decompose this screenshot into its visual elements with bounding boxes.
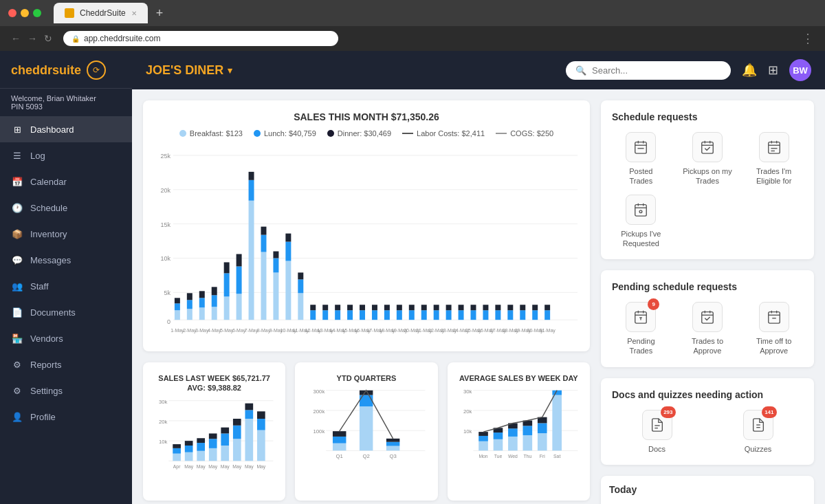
svg-rect-182 [478, 436, 488, 441]
sidebar-item-log[interactable]: ☰ Log [0, 142, 132, 168]
svg-rect-71 [471, 310, 476, 320]
avg-sales-title: AVERAGE SALES BY WEEK DAY [459, 373, 579, 383]
svg-rect-44 [298, 272, 303, 279]
svg-rect-60 [397, 305, 402, 310]
svg-rect-137 [221, 427, 229, 433]
grid-icon[interactable]: ⊞ [768, 63, 778, 78]
time-off-icon [759, 302, 789, 332]
svg-text:1-May: 1-May [170, 328, 184, 333]
svg-text:5k: 5k [164, 289, 170, 296]
sidebar-item-messages[interactable]: 💬 Messages [0, 247, 132, 273]
back-button[interactable]: ← [11, 33, 21, 44]
tab-close-button[interactable]: ✕ [131, 10, 137, 17]
schedule-item-pickups-requested[interactable]: Pickups I'veRequested [612, 195, 670, 249]
business-name[interactable]: JOE'S DINER ▾ [146, 63, 232, 78]
schedule-item-trades-eligible[interactable]: Trades I'mEligible for [745, 132, 803, 186]
svg-rect-78 [507, 305, 513, 310]
sidebar-item-reports[interactable]: ⚙ Reports [0, 351, 132, 377]
sidebar-item-staff[interactable]: 👥 Staff [0, 273, 132, 299]
svg-rect-124 [173, 448, 181, 454]
browser-tab[interactable]: CheddrSuite ✕ [54, 3, 148, 23]
quizzes-item[interactable]: 141 Quizzes [713, 410, 803, 454]
last-week-card: SALES LAST WEEK $65,721.77 AVG: $9,388.8… [143, 362, 285, 501]
svg-rect-134 [209, 433, 217, 439]
svg-point-223 [639, 210, 642, 213]
svg-rect-126 [185, 452, 193, 461]
svg-rect-65 [434, 310, 439, 320]
legend-dinner: Dinner: $30,469 [327, 129, 391, 138]
svg-rect-165 [360, 406, 373, 450]
schedule-requests-grid: PostedTrades [612, 132, 803, 248]
svg-rect-59 [397, 310, 402, 320]
svg-text:300k: 300k [314, 388, 325, 395]
maximize-dot[interactable] [33, 9, 41, 17]
close-dot[interactable] [8, 9, 16, 17]
new-tab-button[interactable]: + [151, 3, 169, 23]
svg-rect-55 [372, 310, 377, 320]
schedule-item-pickups-my-trades[interactable]: Pickups on myTrades [679, 132, 737, 186]
refresh-button[interactable]: ↻ [44, 33, 52, 44]
svg-rect-56 [372, 305, 377, 310]
trades-approve-icon [692, 302, 723, 332]
notification-icon[interactable]: 🔔 [742, 63, 757, 78]
legend-breakfast: Breakfast: $123 [179, 129, 243, 138]
svg-rect-42 [298, 293, 303, 320]
svg-rect-25 [224, 273, 230, 296]
sidebar-item-inventory[interactable]: 📦 Inventory [0, 221, 132, 247]
address-bar[interactable]: 🔒 app.cheddrsuite.com [63, 31, 338, 46]
svg-rect-21 [212, 307, 217, 320]
reports-icon: ⚙ [11, 358, 23, 371]
sidebar-item-documents[interactable]: 📄 Documents [0, 299, 132, 325]
pending-requests-title: Pending schedule requests [612, 281, 803, 292]
svg-text:Apr: Apr [173, 464, 181, 470]
svg-rect-20 [199, 291, 205, 298]
pending-item-trades-approve[interactable]: Trades toApprove [679, 302, 737, 356]
svg-rect-77 [507, 310, 513, 320]
tab-title: CheddrSuite [80, 8, 126, 18]
forward-button[interactable]: → [28, 33, 37, 44]
schedule-requests-title: Schedule requests [612, 111, 803, 122]
sidebar-item-vendors[interactable]: 🏪 Vendors [0, 325, 132, 351]
svg-rect-169 [386, 442, 399, 446]
schedule-item-posted-trades[interactable]: PostedTrades [612, 132, 670, 186]
pending-item-time-off[interactable]: Time off toApprove [745, 302, 803, 356]
sidebar-item-calendar[interactable]: 📅 Calendar [0, 168, 132, 195]
svg-rect-14 [175, 298, 180, 303]
top-icons: 🔔 ⊞ BW [742, 59, 811, 81]
svg-rect-36 [273, 272, 278, 320]
svg-text:7-May: 7-May [245, 328, 258, 333]
svg-rect-30 [249, 201, 254, 320]
svg-rect-54 [360, 305, 365, 310]
svg-rect-144 [257, 430, 265, 461]
sidebar-item-dashboard[interactable]: ⊞ Dashboard [0, 116, 132, 142]
svg-rect-138 [233, 439, 241, 461]
search-icon: 🔍 [575, 65, 586, 76]
svg-rect-15 [187, 309, 192, 320]
pickups-my-trades-label: Pickups on myTrades [683, 166, 732, 186]
log-icon: ☰ [11, 149, 23, 162]
search-bar[interactable]: 🔍 [566, 61, 731, 80]
main-chart-svg: 25k 20k 15k 10k 5k 0 [154, 146, 579, 338]
svg-text:8-May: 8-May [257, 328, 271, 333]
pending-item-pending-trades[interactable]: 9 PendingTrades [612, 302, 670, 356]
svg-rect-51 [347, 310, 353, 320]
sidebar-item-settings[interactable]: ⚙ Settings [0, 377, 132, 404]
docs-label: Docs [648, 444, 666, 454]
trades-eligible-label: Trades I'mEligible for [756, 166, 791, 186]
main-chart-card: SALES THIS MONTH $71,350.26 Breakfast: $… [143, 100, 590, 351]
avatar[interactable]: BW [789, 59, 811, 81]
svg-rect-74 [483, 305, 488, 310]
browser-menu-button[interactable]: ⋮ [802, 31, 814, 46]
svg-rect-193 [538, 433, 547, 450]
svg-rect-22 [212, 295, 217, 307]
svg-rect-187 [508, 437, 518, 450]
svg-rect-46 [310, 305, 316, 310]
svg-rect-33 [261, 252, 266, 320]
legend-dot-dinner [327, 130, 334, 137]
minimize-dot[interactable] [21, 9, 29, 17]
docs-item[interactable]: 293 Docs [612, 410, 702, 454]
search-input[interactable] [592, 65, 721, 76]
svg-rect-181 [478, 441, 488, 451]
sidebar-item-schedule[interactable]: 🕐 Schedule [0, 195, 132, 221]
sidebar-item-profile[interactable]: 👤 Profile [0, 404, 132, 430]
